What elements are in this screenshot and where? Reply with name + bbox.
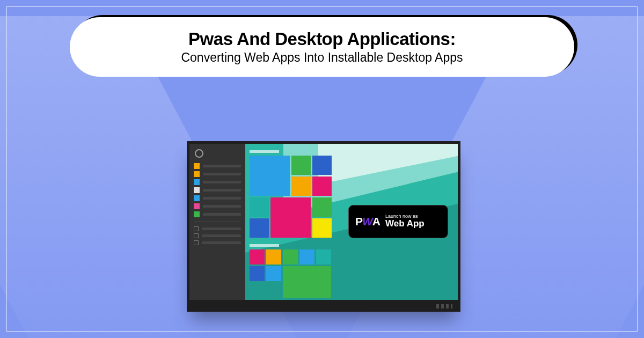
- tile-group-label: [250, 150, 279, 153]
- tile: [291, 156, 311, 175]
- pwa-badge-text: Launch now as Web App: [385, 214, 425, 229]
- tile: [312, 177, 332, 196]
- user-avatar-icon: [195, 149, 203, 158]
- sidebar-item-label: [202, 241, 241, 244]
- tile: [250, 249, 265, 264]
- title-card: Pwas And Desktop Applications: Convertin…: [70, 17, 574, 77]
- sidebar-item: [194, 203, 241, 209]
- pwa-badge-line2: Web App: [385, 219, 425, 229]
- sidebar-item: [194, 179, 241, 185]
- tile: [250, 218, 269, 238]
- sidebar-item: [194, 211, 241, 217]
- tile: [283, 249, 298, 264]
- checkbox-icon: [194, 226, 199, 231]
- tile: [312, 197, 332, 217]
- sidebar-item-label: [202, 227, 241, 230]
- tile-grid: [250, 156, 341, 238]
- monitor-screen: PWA Launch now as Web App: [189, 144, 458, 300]
- sidebar-item-label: [203, 173, 241, 175]
- tile-group-label: [250, 244, 279, 247]
- tile: [266, 249, 281, 264]
- tile: [316, 249, 331, 264]
- sidebar-check-item: [194, 226, 241, 231]
- app-chip-icon: [194, 171, 200, 177]
- app-chip-icon: [194, 179, 200, 185]
- sidebar-item-label: [202, 234, 241, 237]
- tile: [283, 266, 331, 298]
- start-sidebar: [189, 144, 245, 300]
- tile: [312, 156, 332, 175]
- sidebar-item-label: [203, 197, 241, 200]
- tile: [270, 197, 311, 238]
- sidebar-item: [194, 187, 241, 193]
- tile: [299, 249, 314, 264]
- sidebar-item: [194, 195, 241, 201]
- sidebar-item-label: [203, 189, 241, 192]
- title: Pwas And Desktop Applications:: [91, 29, 553, 49]
- sidebar-item-label: [203, 165, 241, 167]
- monitor-illustration: PWA Launch now as Web App: [187, 141, 460, 312]
- app-chip-icon: [194, 211, 200, 217]
- tile: [250, 156, 290, 196]
- app-chip-icon: [194, 163, 200, 169]
- tile: [291, 177, 311, 196]
- tile: [266, 266, 281, 281]
- app-chip-icon: [194, 203, 200, 209]
- sidebar-separator: [194, 222, 241, 222]
- sidebar-item-label: [203, 181, 241, 183]
- pwa-launch-badge[interactable]: PWA Launch now as Web App: [348, 205, 448, 238]
- checkbox-icon: [194, 233, 199, 238]
- app-chip-icon: [194, 195, 200, 201]
- checkbox-icon: [194, 240, 199, 245]
- tile: [250, 266, 265, 281]
- tile: [250, 197, 269, 217]
- sidebar-check-item: [194, 233, 241, 238]
- sidebar-item: [194, 171, 241, 177]
- sidebar-item-label: [203, 213, 241, 216]
- subtitle: Converting Web Apps Into Installable Des…: [91, 50, 553, 65]
- tile-grid: [250, 249, 341, 298]
- sidebar-check-item: [194, 240, 241, 245]
- sidebar-item: [194, 163, 241, 169]
- start-tiles: [250, 150, 341, 300]
- pwa-logo-icon: PWA: [355, 215, 380, 228]
- sidebar-item-label: [203, 205, 241, 208]
- tile: [312, 218, 332, 238]
- app-chip-icon: [194, 187, 200, 193]
